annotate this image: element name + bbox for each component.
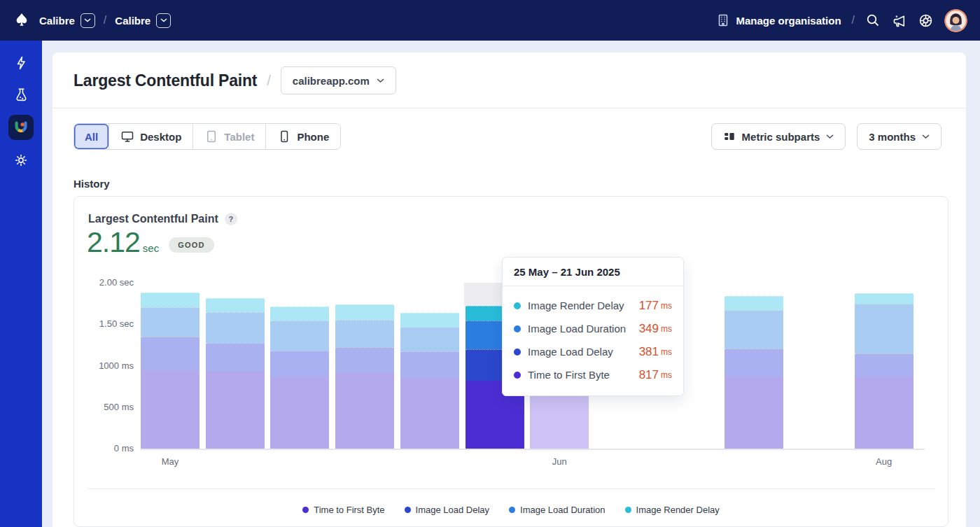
team-switcher-chevron-icon[interactable]: [156, 13, 171, 28]
building-icon: [715, 13, 731, 28]
history-bar[interactable]: [400, 283, 459, 449]
x-axis-label: Jun: [531, 456, 587, 467]
user-avatar[interactable]: [944, 9, 967, 32]
site-selector-dropdown[interactable]: calibreapp.com: [281, 66, 396, 94]
history-bar[interactable]: [855, 283, 913, 449]
history-bar[interactable]: [724, 283, 783, 449]
tab-desktop-label: Desktop: [140, 131, 181, 143]
tooltip-series-label: Time to First Byte: [528, 369, 610, 381]
chevron-down-icon: [922, 134, 930, 139]
chevron-down-icon: [377, 78, 384, 83]
calibre-spade-logo-icon[interactable]: [13, 11, 31, 30]
tooltip-series-value: 177: [639, 299, 659, 313]
help-lifebuoy-icon[interactable]: [918, 13, 934, 29]
team-name: Calibre: [115, 15, 150, 27]
tooltip-series-label: Image Render Delay: [528, 300, 624, 311]
bar-segment-image-render-delay: [335, 304, 394, 320]
bar-segment-time-to-first-byte: [206, 372, 265, 449]
bar-segment-image-render-delay: [141, 293, 200, 308]
x-axis-line: [141, 449, 925, 450]
tab-all[interactable]: All: [74, 124, 108, 149]
legend-dot-icon: [625, 507, 631, 513]
tooltip-row: Image Render Delay177ms: [514, 294, 672, 317]
bar-segment-image-load-duration: [141, 307, 200, 337]
legend-label: Time to First Byte: [314, 505, 384, 515]
top-navbar: Calibre / Calibre Manage organisation /: [0, 0, 980, 41]
legend-item[interactable]: Image Render Delay: [625, 505, 720, 515]
bar-segment-image-load-duration: [206, 312, 265, 343]
history-heading: History: [74, 178, 110, 190]
help-badge[interactable]: ?: [225, 213, 237, 225]
sidebar-crux-active-item[interactable]: [8, 115, 34, 140]
series-dot-icon: [514, 325, 521, 332]
tab-tablet-label: Tablet: [224, 131, 254, 143]
y-axis-tick: 1000 ms: [74, 360, 134, 371]
tooltip-series-value: 349: [639, 322, 659, 336]
history-bar[interactable]: [335, 283, 394, 449]
bar-segment-time-to-first-byte: [141, 370, 200, 449]
tooltip-series-unit: ms: [661, 324, 672, 334]
manage-organisation-link[interactable]: Manage organisation: [715, 13, 841, 28]
status-badge: GOOD: [169, 237, 214, 253]
legend-item[interactable]: Image Load Duration: [509, 505, 605, 515]
history-bar[interactable]: [206, 283, 265, 449]
series-dot-icon: [514, 302, 521, 309]
x-axis-label: May: [142, 456, 198, 467]
history-bar[interactable]: [270, 283, 329, 449]
search-icon[interactable]: [865, 13, 881, 28]
bar-segment-image-load-delay: [855, 353, 913, 377]
bar-segment-time-to-first-byte: [270, 377, 329, 449]
header-divider: [52, 108, 966, 108]
tab-desktop[interactable]: Desktop: [108, 124, 192, 149]
legend-item[interactable]: Image Load Delay: [405, 505, 490, 515]
y-axis-tick: 0 ms: [74, 443, 134, 454]
series-dot-icon: [514, 349, 521, 356]
x-axis-label: Aug: [856, 456, 912, 467]
legend-dot-icon: [405, 507, 411, 513]
metric-unit: sec: [143, 242, 159, 254]
sidebar-tests-flask-icon[interactable]: [10, 83, 32, 106]
tooltip-series-unit: ms: [661, 301, 672, 311]
legend-item[interactable]: Time to First Byte: [302, 505, 384, 515]
team-switcher[interactable]: Calibre: [115, 13, 171, 28]
bar-segment-time-to-first-byte: [724, 377, 783, 449]
tab-phone[interactable]: Phone: [265, 124, 340, 149]
sidebar-pulse-lightning-icon[interactable]: [10, 52, 32, 74]
bar-segment-time-to-first-byte: [335, 373, 394, 449]
bar-segment-image-load-delay: [400, 351, 459, 378]
chart-tooltip: 25 May – 21 Jun 2025 Image Render Delay1…: [502, 257, 684, 396]
tooltip-series-value: 817: [639, 368, 659, 382]
bar-segment-image-load-duration: [724, 310, 783, 349]
bar-segment-image-render-delay: [270, 307, 329, 321]
y-axis-tick: 1.50 sec: [74, 318, 134, 329]
org-switcher[interactable]: Calibre: [39, 13, 95, 28]
metric-value: 2.12: [87, 226, 140, 259]
history-bar[interactable]: [141, 283, 200, 449]
desktop-icon: [120, 129, 134, 143]
bar-segment-image-render-delay: [400, 313, 459, 327]
bar-segment-image-load-duration: [855, 304, 913, 353]
org-switcher-chevron-icon[interactable]: [80, 13, 95, 28]
nav-separator: /: [852, 14, 855, 27]
tab-tablet[interactable]: Tablet: [192, 124, 265, 149]
announcements-megaphone-icon[interactable]: [891, 13, 907, 29]
bar-segment-image-load-delay: [206, 343, 265, 372]
page-title: Largest Contentful Paint: [74, 71, 257, 90]
sidebar-settings-gear-icon[interactable]: [10, 149, 32, 171]
header-separator: /: [267, 73, 271, 89]
tooltip-row: Image Load Duration349ms: [514, 317, 672, 340]
tooltip-series-label: Image Load Duration: [528, 323, 626, 335]
legend-label: Image Load Duration: [520, 505, 605, 515]
tooltip-row: Image Load Delay381ms: [514, 340, 672, 363]
legend-dot-icon: [509, 507, 515, 513]
tooltip-row: Time to First Byte817ms: [514, 363, 672, 386]
tooltip-series-unit: ms: [661, 347, 672, 357]
time-range-dropdown[interactable]: 3 months: [857, 123, 941, 150]
metric-subparts-dropdown[interactable]: Metric subparts: [711, 123, 846, 150]
bar-segment-image-load-delay: [335, 347, 394, 373]
legend-label: Image Load Delay: [416, 505, 490, 515]
bar-segment-image-load-duration: [335, 320, 394, 347]
tablet-icon: [204, 129, 218, 143]
tooltip-series-value: 381: [639, 345, 659, 359]
subparts-layout-icon: [723, 130, 736, 143]
